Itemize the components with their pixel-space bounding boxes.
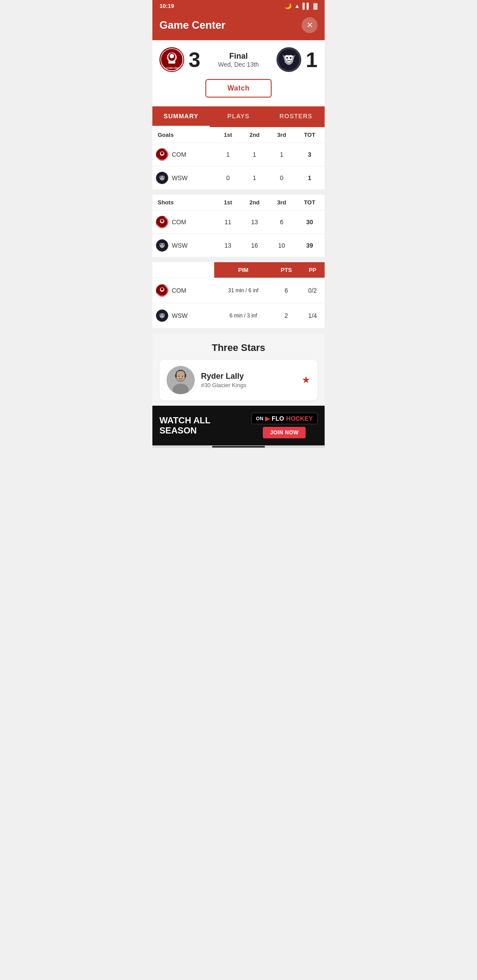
bottom-bar: [152, 445, 325, 448]
away-score: 1: [306, 48, 318, 72]
com-abbr-goals: COM: [172, 151, 186, 158]
com-goals-p3: 1: [269, 143, 295, 166]
pim-header-pts: PTS: [272, 262, 300, 278]
wifi-icon: ▲: [294, 3, 300, 9]
tab-rosters[interactable]: ROSTERS: [267, 106, 325, 127]
goals-row-wsw: WSW 0 1 0 1: [152, 166, 325, 190]
com-shots-tot: 30: [295, 211, 325, 234]
svg-point-24: [161, 288, 163, 290]
com-goals-p2: 1: [240, 143, 269, 166]
pim-table: PIM PTS PP COM 31 min / 6 inf 6 0/2: [152, 262, 325, 328]
svg-text:GLACIER KINGS: GLACIER KINGS: [163, 67, 181, 69]
home-score: 3: [189, 48, 201, 72]
player-avatar-svg: [167, 366, 195, 394]
star-rating-icon: ★: [302, 374, 310, 386]
banner-right: ON ▶ FLO HOCKEY JOIN NOW: [251, 413, 318, 438]
shots-header-tot: TOT: [295, 195, 325, 211]
join-now-button[interactable]: JOIN NOW: [263, 427, 306, 438]
com-shots-p3: 6: [269, 211, 295, 234]
away-team-logo: [276, 47, 301, 72]
svg-point-8: [286, 57, 288, 59]
status-bar: 10:19 🌙 ▲ ▌▌ ▓: [152, 0, 325, 12]
goals-header-label: Goals: [152, 127, 216, 143]
shots-row-wsw: WSW 13 16 10 39: [152, 234, 325, 257]
pim-header-pim: PIM: [214, 262, 272, 278]
pim-section: PIM PTS PP COM 31 min / 6 inf 6 0/2: [152, 262, 325, 328]
three-stars-title: Three Stars: [159, 342, 318, 354]
divider-1: [152, 191, 325, 195]
page-title: Game Center: [159, 19, 225, 31]
pim-row-com: COM 31 min / 6 inf 6 0/2: [152, 278, 325, 303]
banner-text: WATCH ALL SEASON: [159, 415, 211, 436]
goals-header-3rd: 3rd: [269, 127, 295, 143]
svg-point-32: [178, 376, 180, 377]
svg-rect-5: [169, 64, 174, 65]
app-header: Game Center ✕: [152, 12, 325, 40]
shots-header-label: Shots: [152, 195, 216, 211]
signal-icon: ▌▌: [303, 3, 310, 9]
watch-section: Watch: [152, 79, 325, 106]
svg-point-21: [163, 244, 164, 245]
svg-point-26: [160, 314, 161, 315]
wsw-abbr-shots: WSW: [172, 242, 188, 249]
svg-point-9: [290, 57, 292, 59]
com-abbr-pim: COM: [172, 287, 186, 294]
com-logo-goals: [156, 148, 168, 161]
close-button[interactable]: ✕: [302, 17, 318, 33]
glacier-kings-icon: GLACIER KINGS: [160, 48, 183, 71]
wsw-pts-val: 2: [272, 303, 300, 328]
wsw-goals-p2: 1: [240, 166, 269, 190]
score-section: GLACIER KINGS 3 Final Wed, Dec 13th 1: [152, 40, 325, 79]
svg-point-14: [160, 177, 161, 177]
wsw-pp-val: 1/4: [300, 303, 325, 328]
player-info: Ryder Lally #30 Glacier Kings: [201, 372, 295, 388]
status-icons: 🌙 ▲ ▌▌ ▓: [284, 3, 318, 9]
watch-button[interactable]: Watch: [205, 79, 272, 98]
player-team-number: #30 Glacier Kings: [201, 382, 295, 388]
player-name: Ryder Lally: [201, 372, 295, 381]
com-shots-p1: 11: [216, 211, 241, 234]
pim-row-wsw: WSW 6 min / 3 inf 2 1/4: [152, 303, 325, 328]
away-team: 1: [276, 47, 318, 72]
battery-icon: ▓: [314, 3, 318, 9]
divider-2: [152, 259, 325, 262]
divider-3: [152, 330, 325, 333]
wsw-shots-p3: 10: [269, 234, 295, 257]
status-time: 10:19: [159, 3, 174, 9]
wsw-goals-p1: 0: [216, 166, 241, 190]
goals-header-2nd: 2nd: [240, 127, 269, 143]
com-pts-val: 6: [272, 278, 300, 303]
wsw-shots-tot: 39: [295, 234, 325, 257]
flo-badge: ON ▶ FLO HOCKEY: [251, 413, 318, 424]
wsw-goals-tot: 1: [295, 166, 325, 190]
com-goals-tot: 3: [295, 143, 325, 166]
svg-point-27: [163, 314, 164, 315]
svg-point-15: [163, 177, 164, 177]
shots-section: Shots 1st 2nd 3rd TOT COM 11 13: [152, 195, 325, 257]
com-shots-p2: 13: [240, 211, 269, 234]
wsw-shots-p1: 13: [216, 234, 241, 257]
moon-icon: 🌙: [284, 3, 292, 9]
wsw-logo-pim: [156, 309, 168, 322]
svg-point-20: [160, 244, 161, 245]
com-abbr-shots: COM: [172, 219, 186, 226]
three-stars-section: Three Stars Ryder Lally #30: [152, 333, 325, 406]
com-pim-val: 31 min / 6 inf: [214, 278, 272, 303]
game-date: Wed, Dec 13th: [218, 61, 259, 68]
shots-row-com: COM 11 13 6 30: [152, 211, 325, 234]
svg-point-33: [182, 376, 183, 377]
goals-row-com: COM 1 1 1 3: [152, 143, 325, 166]
wsw-abbr-pim: WSW: [172, 312, 188, 319]
goals-header-tot: TOT: [295, 127, 325, 143]
tab-bar: SUMMARY PLAYS ROSTERS: [152, 106, 325, 127]
game-status: Final: [218, 52, 259, 61]
svg-rect-4: [168, 61, 175, 64]
goals-table: Goals 1st 2nd 3rd TOT COM 1 1: [152, 127, 325, 189]
westshore-wolves-icon: [277, 48, 300, 71]
tab-summary[interactable]: SUMMARY: [152, 106, 210, 127]
com-goals-p1: 1: [216, 143, 241, 166]
star-card-1[interactable]: Ryder Lally #30 Glacier Kings ★: [159, 360, 318, 400]
tab-plays[interactable]: PLAYS: [210, 106, 267, 127]
bottom-indicator: [212, 446, 265, 448]
flohockey-banner[interactable]: WATCH ALL SEASON ON ▶ FLO HOCKEY JOIN NO…: [152, 406, 325, 445]
